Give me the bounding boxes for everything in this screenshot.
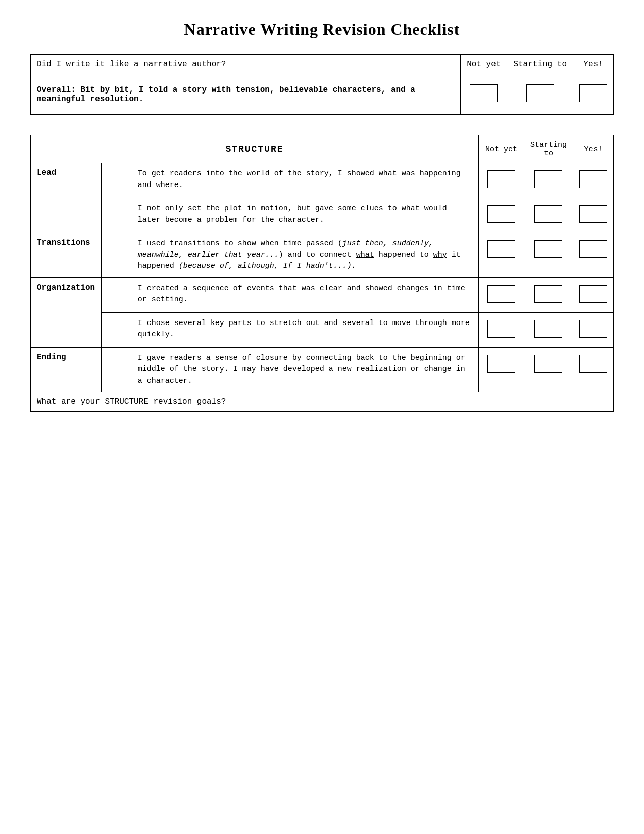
org1-notyet[interactable] bbox=[478, 277, 524, 312]
org-spacer-1 bbox=[102, 277, 132, 312]
goals-row: What are your STRUCTURE revision goals? bbox=[31, 392, 614, 412]
ending-desc: I gave readers a sense of closure by con… bbox=[132, 347, 479, 392]
org2-notyet[interactable] bbox=[478, 312, 524, 347]
goals-text: What are your STRUCTURE revision goals? bbox=[31, 392, 614, 412]
lead1-notyet[interactable] bbox=[478, 163, 524, 198]
transitions-category: Transitions bbox=[31, 233, 102, 278]
ending-spacer bbox=[102, 347, 132, 392]
overall-question-header: Did I write it like a narrative author? bbox=[31, 55, 461, 74]
structure-starting-header: Starting to bbox=[524, 135, 573, 163]
overall-notyet-header: Not yet bbox=[461, 55, 507, 74]
org-row-2: I chose several key parts to stretch out… bbox=[31, 312, 614, 347]
lead-spacer-1 bbox=[102, 163, 132, 198]
org-desc-1: I created a sequence of events that was … bbox=[132, 277, 479, 312]
ending-row: Ending I gave readers a sense of closure… bbox=[31, 347, 614, 392]
org1-yes[interactable] bbox=[573, 277, 614, 312]
org1-starting[interactable] bbox=[524, 277, 573, 312]
overall-starting-checkbox[interactable] bbox=[507, 74, 573, 115]
transitions-yes[interactable] bbox=[573, 233, 614, 278]
page-title: Narrative Writing Revision Checklist bbox=[30, 20, 614, 39]
overall-notyet-checkbox[interactable] bbox=[461, 74, 507, 115]
org2-yes[interactable] bbox=[573, 312, 614, 347]
transitions-spacer bbox=[102, 233, 132, 278]
ending-starting[interactable] bbox=[524, 347, 573, 392]
lead2-yes[interactable] bbox=[573, 198, 614, 233]
overall-yes-checkbox[interactable] bbox=[573, 74, 614, 115]
transitions-starting[interactable] bbox=[524, 233, 573, 278]
ending-yes[interactable] bbox=[573, 347, 614, 392]
overall-row-text: Overall: Bit by bit, I told a story with… bbox=[31, 74, 461, 115]
lead-spacer-2 bbox=[102, 198, 132, 233]
lead-row-1: Lead To get readers into the world of th… bbox=[31, 163, 614, 198]
lead-row-2: I not only set the plot in motion, but g… bbox=[31, 198, 614, 233]
lead2-starting[interactable] bbox=[524, 198, 573, 233]
organization-category: Organization bbox=[31, 277, 102, 347]
lead-category: Lead bbox=[31, 163, 102, 233]
overall-starting-header: Starting to bbox=[507, 55, 573, 74]
transitions-notyet[interactable] bbox=[478, 233, 524, 278]
lead-desc-1: To get readers into the world of the sto… bbox=[132, 163, 479, 198]
org-row-1: Organization I created a sequence of eve… bbox=[31, 277, 614, 312]
overall-table: Did I write it like a narrative author? … bbox=[30, 54, 614, 115]
lead2-notyet[interactable] bbox=[478, 198, 524, 233]
ending-category: Ending bbox=[31, 347, 102, 392]
structure-notyet-header: Not yet bbox=[478, 135, 524, 163]
org-desc-2: I chose several key parts to stretch out… bbox=[132, 312, 479, 347]
structure-table: STRUCTURE Not yet Starting to Yes! Lead … bbox=[30, 135, 614, 412]
lead1-yes[interactable] bbox=[573, 163, 614, 198]
transitions-desc: I used transitions to show when time pas… bbox=[132, 233, 479, 278]
org-spacer-2 bbox=[102, 312, 132, 347]
lead1-starting[interactable] bbox=[524, 163, 573, 198]
structure-yes-header: Yes! bbox=[573, 135, 614, 163]
transitions-row: Transitions I used transitions to show w… bbox=[31, 233, 614, 278]
org2-starting[interactable] bbox=[524, 312, 573, 347]
ending-notyet[interactable] bbox=[478, 347, 524, 392]
lead-desc-2: I not only set the plot in motion, but g… bbox=[132, 198, 479, 233]
overall-yes-header: Yes! bbox=[573, 55, 614, 74]
overall-text: Overall: Bit by bit, I told a story with… bbox=[37, 85, 415, 104]
structure-header: STRUCTURE bbox=[31, 135, 479, 163]
